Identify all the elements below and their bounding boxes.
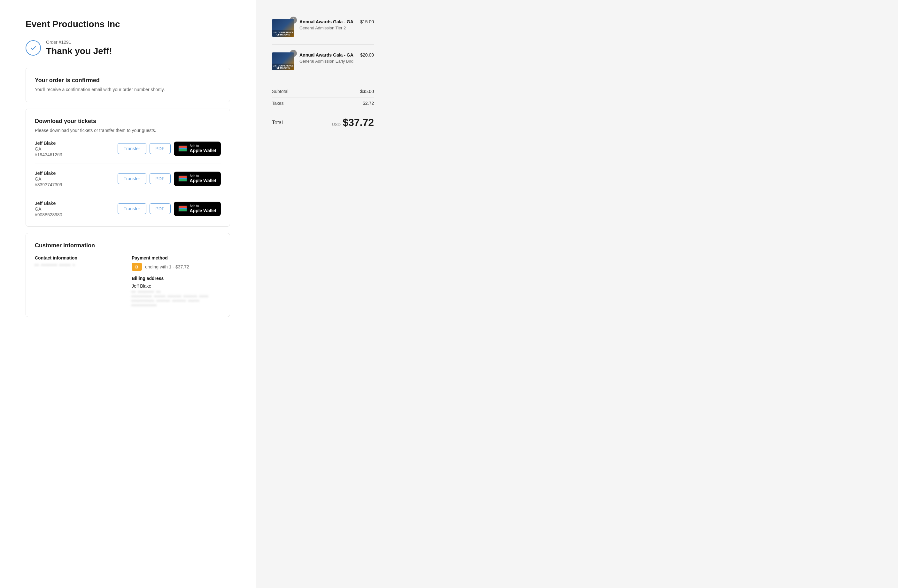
apple-wallet-button-2[interactable]: Add to Apple Wallet (174, 172, 221, 186)
wallet-icon-3 (178, 205, 187, 212)
transfer-button-1[interactable]: Transfer (118, 143, 146, 154)
billing-name: Jeff Blake (132, 283, 221, 289)
ticket-actions-2: Transfer PDF Add to Apple Wallet (118, 172, 221, 186)
ticket-name-3: Jeff Blake (35, 200, 62, 206)
event-image-2: U.S. CONFERENCEOF MAYORS (272, 52, 294, 70)
wallet-label-2: Apple Wallet (190, 178, 217, 183)
order-number: Order #1291 (46, 40, 112, 45)
ticket-actions-1: Transfer PDF Add to Apple Wallet (118, 142, 221, 156)
taxes-value: $2.72 (363, 101, 374, 106)
wallet-add-to-1: Add to (190, 144, 217, 148)
apple-wallet-button-1[interactable]: Add to Apple Wallet (174, 142, 221, 156)
taxes-row: Taxes $2.72 (272, 97, 374, 109)
item-price-2: $20.00 (360, 52, 374, 57)
payment-badge: B (132, 263, 142, 271)
ticket-info-2: Jeff Blake GA #3393747309 (35, 170, 62, 187)
item-name-2: Annual Awards Gala - GA (300, 52, 355, 57)
item-image-container-2: 2 U.S. CONFERENCEOF MAYORS (272, 52, 294, 70)
customer-info-title: Customer information (35, 242, 221, 249)
ticket-type-1: GA (35, 146, 62, 151)
ticket-info-1: Jeff Blake GA #1943461263 (35, 140, 62, 157)
order-header-text: Order #1291 Thank you Jeff! (46, 40, 112, 56)
check-circle-icon (26, 40, 41, 55)
grand-total-currency: USD (332, 122, 341, 127)
thank-you-message: Thank you Jeff! (46, 46, 112, 56)
ticket-name-1: Jeff Blake (35, 140, 62, 146)
customer-info-card: Customer information Contact information… (26, 233, 230, 317)
wallet-add-to-2: Add to (190, 174, 217, 178)
order-item-2: 2 U.S. CONFERENCEOF MAYORS Annual Awards… (272, 52, 374, 78)
ticket-name-2: Jeff Blake (35, 170, 62, 176)
wallet-label-1: Apple Wallet (190, 148, 217, 153)
item-tier-2: General Admission Early Bird (300, 59, 355, 64)
wallet-icon-2 (178, 175, 187, 182)
ticket-id-1: #1943461263 (35, 152, 62, 157)
subtotal-row: Subtotal $35.00 (272, 86, 374, 97)
ticket-type-3: GA (35, 206, 62, 212)
contact-label: Contact information (35, 256, 124, 260)
event-image-1: U.S. CONFERENCEOF MAYORS (272, 19, 294, 37)
item-details-1: Annual Awards Gala - GA General Admissio… (300, 19, 355, 30)
item-image-container-1: 1 U.S. CONFERENCEOF MAYORS (272, 19, 294, 37)
pdf-button-2[interactable]: PDF (149, 173, 171, 184)
grand-total-row: Total USD $37.72 (272, 112, 374, 134)
payment-billing-section: Payment method B ending with 1 - $37.72 … (132, 256, 221, 308)
ticket-row-3: Jeff Blake GA #9088528980 Transfer PDF (35, 194, 221, 217)
billing-line-4: ••••••••••• (132, 303, 221, 308)
item-price-1: $15.00 (360, 19, 374, 24)
ticket-row-1: Jeff Blake GA #1943461263 Transfer PDF (35, 134, 221, 164)
item-name-1: Annual Awards Gala - GA (300, 19, 355, 24)
confirmation-card: Your order is confirmed You'll receive a… (26, 68, 230, 102)
download-subtitle: Please download your tickets or transfer… (35, 127, 221, 134)
left-panel: Event Productions Inc Order #1291 Thank … (0, 0, 256, 588)
ticket-actions-3: Transfer PDF Add to Apple Wallet (118, 202, 221, 216)
order-totals: Subtotal $35.00 Taxes $2.72 (272, 86, 374, 109)
ticket-info-3: Jeff Blake GA #9088528980 (35, 200, 62, 217)
pdf-button-3[interactable]: PDF (149, 203, 171, 214)
item-details-2: Annual Awards Gala - GA General Admissio… (300, 52, 355, 64)
ticket-row-2: Jeff Blake GA #3393747309 Transfer PDF (35, 164, 221, 194)
confirmation-subtitle: You'll receive a confirmation email with… (35, 86, 221, 93)
confirmation-title: Your order is confirmed (35, 77, 221, 84)
ticket-id-3: #9088528980 (35, 212, 62, 217)
customer-info-grid: Contact information •• ••••••• ••••• • P… (35, 256, 221, 308)
subtotal-value: $35.00 (360, 89, 374, 94)
wallet-icon-1 (178, 145, 187, 152)
billing-line-1: •• ••••••• •• (132, 290, 221, 294)
contact-value: •• ••••••• ••••• • (35, 263, 124, 268)
item-tier-1: General Admission Tier 2 (300, 26, 355, 30)
taxes-label: Taxes (272, 101, 284, 106)
billing-line-3: •••••••••• •••••• •••••• ••••• (132, 299, 221, 303)
ticket-type-2: GA (35, 176, 62, 182)
grand-total-label: Total (272, 120, 283, 126)
pdf-button-1[interactable]: PDF (149, 143, 171, 154)
download-tickets-card: Download your tickets Please download yo… (26, 109, 230, 226)
wallet-label-3: Apple Wallet (190, 208, 217, 214)
order-header: Order #1291 Thank you Jeff! (26, 40, 230, 56)
transfer-button-3[interactable]: Transfer (118, 203, 146, 214)
right-panel: 1 U.S. CONFERENCEOF MAYORS Annual Awards… (256, 0, 390, 588)
transfer-button-2[interactable]: Transfer (118, 173, 146, 184)
subtotal-label: Subtotal (272, 89, 288, 94)
billing-label: Billing address (132, 276, 221, 281)
payment-value: ending with 1 - $37.72 (145, 264, 189, 269)
grand-total-value-group: USD $37.72 (332, 117, 374, 128)
grand-total-value: $37.72 (343, 117, 374, 128)
payment-label: Payment method (132, 256, 221, 260)
apple-wallet-button-3[interactable]: Add to Apple Wallet (174, 202, 221, 216)
company-name: Event Productions Inc (26, 19, 230, 29)
contact-info-section: Contact information •• ••••••• ••••• • (35, 256, 124, 308)
billing-line-2: ••••••••• ••••• •••••• •••••• •••• (132, 294, 221, 299)
order-item-1: 1 U.S. CONFERENCEOF MAYORS Annual Awards… (272, 19, 374, 45)
ticket-id-2: #3393747309 (35, 182, 62, 187)
payment-method-row: B ending with 1 - $37.72 (132, 263, 221, 271)
wallet-add-to-3: Add to (190, 204, 217, 208)
download-title: Download your tickets (35, 118, 221, 125)
